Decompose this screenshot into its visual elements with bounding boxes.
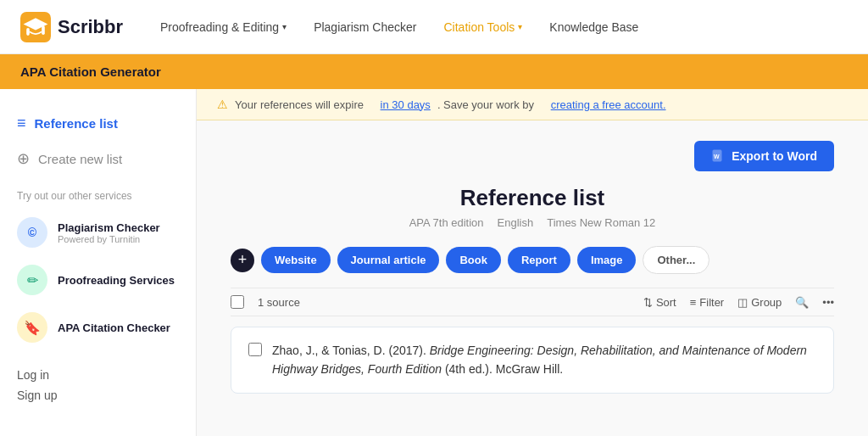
source-type-book[interactable]: Book [446,247,501,273]
export-row: W Export to Word [231,141,834,171]
group-button[interactable]: ◫ Group [737,296,782,309]
sidebar-service-proofreading[interactable]: ✏ Proofreading Services [0,256,196,304]
logo-area[interactable]: Scribbr [20,12,123,42]
font-label: Times New Roman 12 [547,216,655,229]
plagiarism-name: Plagiarism Checker [58,221,160,234]
navbar: Scribbr Proofreading & Editing ▾ Plagiar… [0,0,868,54]
apa-checker-name: APA Citation Checker [58,321,170,334]
alert-text-middle: . Save your work by [437,98,534,111]
source-count: 1 source [258,296,300,309]
list-icon: ≡ [17,115,26,132]
reference-list-title: Reference list [231,185,834,211]
filter-button[interactable]: ≡ Filter [690,296,724,309]
source-type-other[interactable]: Other... [643,246,709,274]
nav-knowledge-base[interactable]: Knowledge Base [539,14,648,41]
sign-up-link[interactable]: Sign up [17,385,179,405]
language-label: English [498,216,534,229]
proofreading-name: Proofreading Services [58,274,175,287]
more-options-button[interactable]: ••• [822,296,834,309]
citation-text-after: (4th ed.). McGraw Hill. [442,362,563,376]
sidebar-auth: Log in Sign up [0,351,196,409]
nav-citation-tools[interactable]: Citation Tools ▾ [434,14,533,41]
search-icon: 🔍 [795,296,809,309]
filter-row: 1 source ⇅ Sort ≡ Filter ◫ Group 🔍 ••• [231,288,834,316]
citation-text: Zhao, J., & Tonias, D. (2017). Bridge En… [272,341,816,379]
alert-bar: ⚠ Your references will expire in 30 days… [197,89,868,120]
citation-checkbox[interactable] [248,343,262,356]
apa-checker-icon: 🔖 [17,312,47,343]
chevron-down-icon: ▾ [282,22,287,31]
account-link[interactable]: creating a free account. [551,98,666,111]
yellow-banner: APA Citation Generator [0,54,868,89]
banner-title: APA Citation Generator [20,64,161,79]
alert-icon: ⚠ [217,98,228,111]
ellipsis-icon: ••• [822,296,834,309]
nav-proofreading[interactable]: Proofreading & Editing ▾ [150,14,297,41]
export-to-word-button[interactable]: W Export to Word [694,141,834,171]
word-doc-icon: W [711,149,725,163]
content-area: ⚠ Your references will expire in 30 days… [197,89,868,436]
main-layout: ≡ Reference list ⊕ Create new list Try o… [0,89,868,436]
proofreading-icon: ✏ [17,265,47,295]
source-type-website[interactable]: Website [261,247,331,273]
ref-heading: Reference list [231,185,834,211]
alert-text-before: Your references will expire [235,98,364,111]
scribbr-logo-icon [20,12,51,42]
svg-text:W: W [714,154,720,159]
sort-icon: ⇅ [643,296,653,309]
ref-subheading: APA 7th edition English Times New Roman … [231,216,834,229]
plagiarism-sub: Powered by Turnitin [58,234,160,244]
nav-plagiarism[interactable]: Plagiarism Checker [303,14,426,41]
logo-text: Scribbr [58,16,123,38]
reference-list-label: Reference list [35,116,118,131]
log-in-link[interactable]: Log in [17,365,179,385]
edition-label: APA 7th edition [409,216,484,229]
sidebar-try-label: Try out our other services [0,176,196,209]
plagiarism-icon: © [17,217,47,248]
sidebar-service-plagiarism[interactable]: © Plagiarism Checker Powered by Turnitin [0,209,196,256]
ref-content: W Export to Word Reference list APA 7th … [197,120,868,436]
plus-icon: ⊕ [17,149,30,168]
source-type-image[interactable]: Image [577,247,637,273]
filter-icon: ≡ [690,296,697,309]
nav-links: Proofreading & Editing ▾ Plagiarism Chec… [150,14,648,41]
sidebar-item-create-new[interactable]: ⊕ Create new list [0,141,196,176]
add-source-button[interactable]: + [231,249,254,272]
source-type-journal[interactable]: Journal article [337,247,440,273]
chevron-down-icon-citation: ▾ [518,22,522,31]
citation-entry: Zhao, J., & Tonias, D. (2017). Bridge En… [231,327,834,394]
source-type-report[interactable]: Report [508,247,570,273]
source-type-row: + Website Journal article Book Report Im… [231,246,834,274]
sort-button[interactable]: ⇅ Sort [643,296,676,309]
svg-rect-2 [26,27,30,35]
expire-link[interactable]: in 30 days [381,98,431,111]
sidebar-service-apa-checker[interactable]: 🔖 APA Citation Checker [0,304,196,351]
search-button[interactable]: 🔍 [795,296,809,309]
sidebar: ≡ Reference list ⊕ Create new list Try o… [0,89,197,436]
group-icon: ◫ [737,296,748,309]
sidebar-item-reference-list[interactable]: ≡ Reference list [0,106,196,141]
svg-rect-3 [42,25,45,35]
create-new-label: Create new list [38,152,122,166]
select-all-checkbox[interactable] [231,295,244,309]
citation-text-before: Zhao, J., & Tonias, D. (2017). [272,344,430,357]
